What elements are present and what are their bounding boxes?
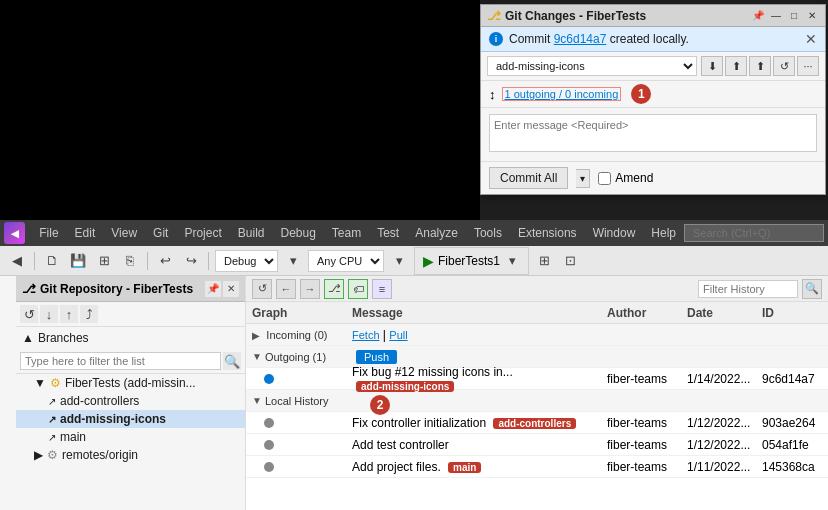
fetch-link[interactable]: Fetch xyxy=(352,329,380,341)
commit-all-button[interactable]: Commit All xyxy=(489,167,568,189)
close-button[interactable]: ✕ xyxy=(805,9,819,23)
graph-branch-btn[interactable]: ⎇ xyxy=(324,279,344,299)
outgoing-message-text: Fix bug #12 missing icons in... xyxy=(352,365,513,379)
pull-link[interactable]: Pull xyxy=(389,329,407,341)
minimize-button[interactable]: — xyxy=(769,9,783,23)
remotes-item[interactable]: ▶ ⚙ remotes/origin xyxy=(16,446,245,464)
fetch-down-button[interactable]: ⬇ xyxy=(701,56,723,76)
toolbar-back-btn[interactable]: ◀ xyxy=(6,250,28,272)
local-row-2[interactable]: Add test controller fiber-teams 1/12/202… xyxy=(246,434,828,456)
toolbar-saveall-btn[interactable]: ⊞ xyxy=(93,250,115,272)
info-close-button[interactable]: ✕ xyxy=(805,31,817,47)
menu-extensions[interactable]: Extensions xyxy=(510,220,585,246)
local-dot-3 xyxy=(264,462,274,472)
local-row2-author: fiber-teams xyxy=(603,438,683,452)
graph-rows: ▶ Incoming (0) Fetch | Pull ▼ Outgoing (… xyxy=(246,324,828,478)
sidebar-title: Git Repository - FiberTests xyxy=(40,282,193,296)
menu-git[interactable]: Git xyxy=(145,220,176,246)
local-row3-author: fiber-teams xyxy=(603,460,683,474)
filter-history-btn[interactable]: 🔍 xyxy=(802,279,822,299)
menu-window[interactable]: Window xyxy=(585,220,644,246)
pin-button[interactable]: 📌 xyxy=(751,9,765,23)
pull-tree-btn[interactable]: ↑ xyxy=(60,305,78,323)
outgoing-data-graph xyxy=(246,374,346,384)
debug-config-select[interactable]: Debug xyxy=(215,250,278,272)
menu-analyze[interactable]: Analyze xyxy=(407,220,466,246)
search-input[interactable] xyxy=(684,224,824,242)
more-button[interactable]: ··· xyxy=(797,56,819,76)
badge-2: 2 xyxy=(370,395,390,415)
amend-checkbox[interactable] xyxy=(598,172,611,185)
menu-edit[interactable]: Edit xyxy=(67,220,104,246)
branch-select[interactable]: add-missing-icons xyxy=(487,56,697,76)
repo-item[interactable]: ▼ ⚙ FiberTests (add-missin... xyxy=(16,374,245,392)
run-button[interactable]: ▶ FiberTests1 ▾ xyxy=(414,247,529,275)
branches-section: ▲ Branches xyxy=(16,327,245,349)
platform-select[interactable]: Any CPU xyxy=(308,250,384,272)
menu-file[interactable]: File xyxy=(31,220,66,246)
sidebar-tree: ⎇ Git Repository - FiberTests 📌 ✕ ↺ ↓ ↑ … xyxy=(16,276,246,510)
graph-area: ↺ ← → ⎇ 🏷 ≡ 🔍 Graph Message Author Date … xyxy=(246,276,828,510)
badge-1: 1 xyxy=(631,84,651,104)
toolbar-extra2-btn[interactable]: ⊡ xyxy=(559,250,581,272)
sidebar-close-btn[interactable]: ✕ xyxy=(223,281,239,297)
graph-next-btn[interactable]: → xyxy=(300,279,320,299)
toolbar-extra1-btn[interactable]: ⊞ xyxy=(533,250,555,272)
push-button[interactable]: Push xyxy=(356,350,397,364)
local-row2-graph xyxy=(246,440,346,450)
local-row-1[interactable]: Fix controller initialization add-contro… xyxy=(246,412,828,434)
local-row-3[interactable]: Add project files. main fiber-teams 1/11… xyxy=(246,456,828,478)
outgoing-data-row[interactable]: Fix bug #12 missing icons in... add-miss… xyxy=(246,368,828,390)
menu-team[interactable]: Team xyxy=(324,220,369,246)
toolbar-redo-btn[interactable]: ↪ xyxy=(180,250,202,272)
toolbar-copy-btn[interactable]: ⎘ xyxy=(119,250,141,272)
bottom-panel: Toolbox ⎇ Git Repository - FiberTests 📌 … xyxy=(0,276,828,510)
graph-prev-btn[interactable]: ← xyxy=(276,279,296,299)
remotes-expand-icon: ▶ xyxy=(34,448,43,462)
menu-test[interactable]: Test xyxy=(369,220,407,246)
refresh-btn[interactable]: ↺ xyxy=(20,305,38,323)
tree-filter-btn[interactable]: 🔍 xyxy=(223,352,241,370)
pull-button[interactable]: ⬆ xyxy=(749,56,771,76)
platform-dropdown-btn[interactable]: ▾ xyxy=(388,250,410,272)
menu-help[interactable]: Help xyxy=(643,220,684,246)
toolbar-new-btn[interactable]: 🗋 xyxy=(41,250,63,272)
branch-missing-icon: ↗ xyxy=(48,414,56,425)
run-dropdown-btn[interactable]: ▾ xyxy=(504,250,520,272)
commit-hash-link[interactable]: 9c6d14a7 xyxy=(554,32,607,46)
outgoing-graph-col: ▼ Outgoing (1) xyxy=(246,351,346,363)
incoming-section[interactable]: ▶ Incoming (0) Fetch | Pull xyxy=(246,324,828,346)
branch-add-missing-icons[interactable]: ↗ add-missing-icons xyxy=(16,410,245,428)
push-tree-btn[interactable]: ⤴ xyxy=(80,305,98,323)
menu-project[interactable]: Project xyxy=(176,220,229,246)
local-row3-graph xyxy=(246,462,346,472)
menu-debug[interactable]: Debug xyxy=(272,220,323,246)
config-dropdown-btn[interactable]: ▾ xyxy=(282,250,304,272)
menu-build[interactable]: Build xyxy=(230,220,273,246)
fetch-up-button[interactable]: ⬆ xyxy=(725,56,747,76)
branches-header[interactable]: ▲ Branches xyxy=(16,329,245,347)
graph-tag-btn[interactable]: 🏷 xyxy=(348,279,368,299)
local-row1-author: fiber-teams xyxy=(603,416,683,430)
outgoing-incoming-link[interactable]: 1 outgoing / 0 incoming xyxy=(502,87,622,101)
graph-filter-btn[interactable]: ≡ xyxy=(372,279,392,299)
toolbar-undo-btn[interactable]: ↩ xyxy=(154,250,176,272)
sidebar-pin-btn[interactable]: 📌 xyxy=(205,281,221,297)
local-history-section[interactable]: ▼ Local History xyxy=(246,390,828,412)
maximize-button[interactable]: □ xyxy=(787,9,801,23)
toolbar-save-btn[interactable]: 💾 xyxy=(67,250,89,272)
outgoing-id: 9c6d14a7 xyxy=(758,372,828,386)
branch-add-controllers[interactable]: ↗ add-controllers xyxy=(16,392,245,410)
branch-main[interactable]: ↗ main xyxy=(16,428,245,446)
filter-history-input[interactable] xyxy=(698,280,798,298)
tree-filter-input[interactable] xyxy=(20,352,221,370)
menu-view[interactable]: View xyxy=(103,220,145,246)
commit-dropdown-button[interactable]: ▾ xyxy=(576,169,590,188)
message-input[interactable] xyxy=(489,114,817,152)
remotes-icon: ⚙ xyxy=(47,448,58,462)
fetch-btn[interactable]: ↓ xyxy=(40,305,58,323)
run-icon: ▶ xyxy=(423,253,434,269)
menu-tools[interactable]: Tools xyxy=(466,220,510,246)
graph-refresh-btn[interactable]: ↺ xyxy=(252,279,272,299)
sync-button[interactable]: ↺ xyxy=(773,56,795,76)
